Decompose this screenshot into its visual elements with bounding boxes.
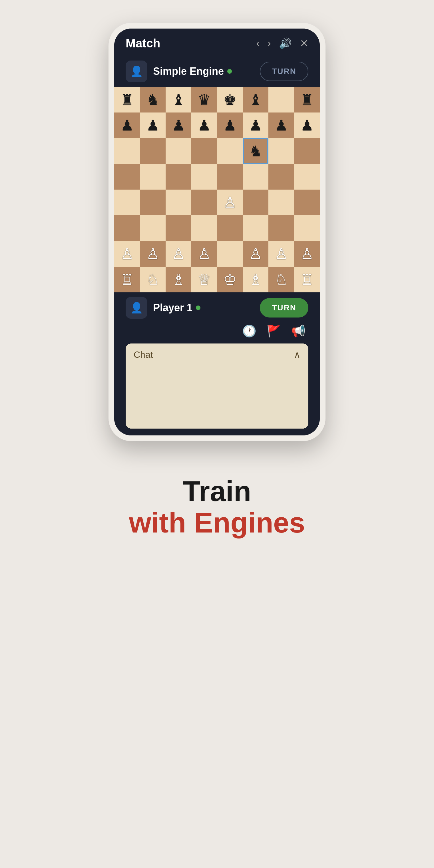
cell-4-5[interactable] (243, 190, 269, 215)
cell-5-6[interactable] (269, 215, 294, 241)
cell-1-1[interactable]: ♟ (140, 113, 165, 138)
phone-shell: Match ‹ › 🔊 ✕ 👤 Simple Engine (108, 23, 326, 441)
cell-7-7[interactable]: ♖ (294, 267, 320, 292)
piece-0-2: ♝ (172, 91, 185, 108)
cell-3-6[interactable] (269, 164, 294, 190)
chat-header[interactable]: Chat ∧ (126, 343, 308, 366)
bottom-section: 👤 Player 1 TURN 🕐 🚩 📢 (114, 292, 320, 435)
cell-5-1[interactable] (140, 215, 165, 241)
player-turn-button[interactable]: TURN (260, 298, 308, 317)
cell-0-4[interactable]: ♚ (217, 87, 243, 113)
cell-4-4[interactable]: ♙ (217, 190, 243, 215)
piece-7-2: ♗ (172, 271, 185, 288)
player-avatar-icon: 👤 (130, 302, 143, 314)
chat-body (126, 366, 308, 429)
cell-2-6[interactable] (269, 138, 294, 164)
cell-1-7[interactable]: ♟ (294, 113, 320, 138)
piece-7-4: ♔ (223, 271, 237, 288)
cell-6-0[interactable]: ♙ (114, 241, 140, 267)
cell-7-6[interactable]: ♘ (269, 267, 294, 292)
cell-3-7[interactable] (294, 164, 320, 190)
chat-box: Chat ∧ (126, 343, 308, 429)
cell-0-7[interactable]: ♜ (294, 87, 320, 113)
flag-icon[interactable]: 🚩 (267, 324, 281, 338)
piece-7-7: ♖ (300, 271, 314, 288)
cell-2-1[interactable] (140, 138, 165, 164)
cell-3-0[interactable] (114, 164, 140, 190)
cell-1-4[interactable]: ♟ (217, 113, 243, 138)
promo-line1: Train (129, 475, 305, 507)
piece-1-1: ♟ (146, 117, 160, 134)
cell-0-6[interactable] (269, 87, 294, 113)
cell-6-5[interactable]: ♙ (243, 241, 269, 267)
cell-3-4[interactable] (217, 164, 243, 190)
cell-6-3[interactable]: ♙ (191, 241, 217, 267)
cell-5-7[interactable] (294, 215, 320, 241)
cell-4-3[interactable] (191, 190, 217, 215)
piece-7-6: ♘ (275, 271, 288, 288)
piece-2-5: ♞ (249, 143, 262, 160)
cell-4-7[interactable] (294, 190, 320, 215)
cell-4-6[interactable] (269, 190, 294, 215)
cell-6-6[interactable]: ♙ (269, 241, 294, 267)
cell-4-2[interactable] (165, 190, 191, 215)
opponent-name: Simple Engine (153, 65, 224, 78)
cell-2-0[interactable] (114, 138, 140, 164)
match-title: Match (126, 36, 160, 50)
cell-6-7[interactable]: ♙ (294, 241, 320, 267)
cell-1-2[interactable]: ♟ (165, 113, 191, 138)
cell-3-1[interactable] (140, 164, 165, 190)
opponent-avatar: 👤 (126, 61, 147, 82)
piece-1-3: ♟ (197, 117, 211, 134)
close-icon[interactable]: ✕ (300, 37, 308, 50)
cell-1-0[interactable]: ♟ (114, 113, 140, 138)
cell-6-1[interactable]: ♙ (140, 241, 165, 267)
cell-7-4[interactable]: ♔ (217, 267, 243, 292)
cell-6-4[interactable] (217, 241, 243, 267)
opponent-status-dot (227, 69, 232, 74)
cell-5-0[interactable] (114, 215, 140, 241)
header-icons: ‹ › 🔊 ✕ (256, 37, 308, 50)
cell-4-0[interactable] (114, 190, 140, 215)
cell-2-7[interactable] (294, 138, 320, 164)
cell-4-1[interactable] (140, 190, 165, 215)
cell-3-2[interactable] (165, 164, 191, 190)
match-header: Match ‹ › 🔊 ✕ (114, 29, 320, 56)
opponent-name-row: Simple Engine (153, 65, 232, 78)
cell-0-2[interactable]: ♝ (165, 87, 191, 113)
cell-6-2[interactable]: ♙ (165, 241, 191, 267)
chat-chevron-icon[interactable]: ∧ (294, 349, 300, 360)
volume-icon[interactable]: 🔊 (279, 37, 292, 50)
cell-3-3[interactable] (191, 164, 217, 190)
cell-1-6[interactable]: ♟ (269, 113, 294, 138)
cell-0-0[interactable]: ♜ (114, 87, 140, 113)
back-icon[interactable]: ‹ (256, 37, 259, 50)
piece-6-6: ♙ (275, 245, 288, 262)
cell-1-3[interactable]: ♟ (191, 113, 217, 138)
chess-board[interactable]: ♜♞♝♛♚♝♜♟♟♟♟♟♟♟♟♞♙♙♙♙♙♙♙♙♖♘♗♕♔♗♘♖ (114, 87, 320, 292)
cell-1-5[interactable]: ♟ (243, 113, 269, 138)
player-status-dot (196, 306, 200, 310)
cell-2-5[interactable]: ♞ (243, 138, 269, 164)
cell-2-4[interactable] (217, 138, 243, 164)
cell-0-1[interactable]: ♞ (140, 87, 165, 113)
cell-7-3[interactable]: ♕ (191, 267, 217, 292)
history-icon[interactable]: 🕐 (242, 324, 256, 338)
piece-7-0: ♖ (121, 271, 134, 288)
cell-5-2[interactable] (165, 215, 191, 241)
cell-2-2[interactable] (165, 138, 191, 164)
cell-7-5[interactable]: ♗ (243, 267, 269, 292)
cell-7-0[interactable]: ♖ (114, 267, 140, 292)
cell-5-5[interactable] (243, 215, 269, 241)
cell-5-4[interactable] (217, 215, 243, 241)
cell-0-5[interactable]: ♝ (243, 87, 269, 113)
cell-5-3[interactable] (191, 215, 217, 241)
forward-icon[interactable]: › (268, 37, 271, 50)
cell-7-2[interactable]: ♗ (165, 267, 191, 292)
opponent-turn-button[interactable]: TURN (260, 62, 308, 81)
cell-2-3[interactable] (191, 138, 217, 164)
cell-7-1[interactable]: ♘ (140, 267, 165, 292)
cell-0-3[interactable]: ♛ (191, 87, 217, 113)
cell-3-5[interactable] (243, 164, 269, 190)
add-piece-icon[interactable]: 📢 (291, 324, 306, 338)
